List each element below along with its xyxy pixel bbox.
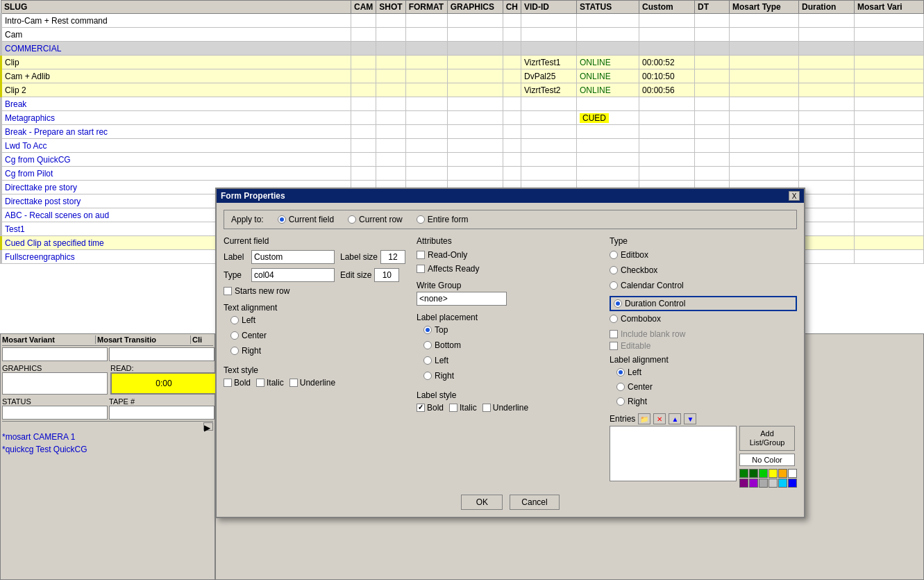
- cell-duration[interactable]: [799, 194, 855, 208]
- cell-vid-id[interactable]: [521, 139, 577, 153]
- text-align-right-radio[interactable]: [230, 347, 239, 355]
- cell-vid-id[interactable]: [521, 28, 577, 42]
- cell-mosart-vari[interactable]: [855, 69, 924, 83]
- cell-ch[interactable]: [503, 153, 521, 167]
- starts-new-row-checkbox[interactable]: [224, 287, 232, 295]
- affects-ready-checkbox[interactable]: [417, 265, 425, 273]
- cell-custom[interactable]: [639, 125, 695, 139]
- cell-graphics[interactable]: [447, 97, 503, 111]
- text-align-left-radio[interactable]: [230, 316, 239, 324]
- cell-graphics[interactable]: [447, 69, 503, 83]
- cell-mosart-vari[interactable]: [855, 222, 924, 236]
- cell-dt[interactable]: [695, 167, 730, 181]
- label-bold-checkbox[interactable]: ✓: [417, 404, 425, 412]
- cell-graphics[interactable]: [447, 167, 503, 181]
- table-row[interactable]: ClipVizrtTest1ONLINE00:00:52: [1, 56, 924, 69]
- cell-slug[interactable]: Cg from QuickCG: [1, 153, 351, 167]
- cell-duration[interactable]: [799, 69, 855, 83]
- cell-format[interactable]: [405, 69, 447, 83]
- tape-input[interactable]: [109, 406, 215, 420]
- checkbox-option[interactable]: Checkbox: [610, 265, 797, 275]
- label-italic-checkbox[interactable]: [449, 404, 457, 412]
- combobox-radio[interactable]: [610, 315, 618, 323]
- cell-slug[interactable]: Cam: [1, 28, 351, 42]
- col-graphics[interactable]: GRAPHICS: [447, 1, 503, 14]
- cell-dt[interactable]: [695, 139, 730, 153]
- cell-mosart-type[interactable]: [730, 83, 799, 97]
- cell-shot[interactable]: [376, 153, 405, 167]
- col-slug[interactable]: SLUG: [1, 1, 351, 14]
- scroll-right-btn[interactable]: ▶: [203, 422, 213, 431]
- cell-shot[interactable]: [376, 97, 405, 111]
- table-row[interactable]: Intro-Cam + Rest command: [1, 14, 924, 28]
- text-underline-option[interactable]: Underline: [289, 378, 335, 388]
- cell-status[interactable]: [577, 28, 639, 42]
- cell-cam[interactable]: [351, 56, 376, 69]
- cell-slug[interactable]: Cg from Pilot: [1, 167, 351, 181]
- cell-mosart-type[interactable]: [730, 139, 799, 153]
- entries-folder-btn[interactable]: 📁: [638, 413, 650, 424]
- cell-shot[interactable]: [376, 56, 405, 69]
- label-bold-option[interactable]: ✓ Bold: [417, 403, 444, 413]
- swatch-purple-2[interactable]: [749, 479, 758, 488]
- cell-slug[interactable]: Lwd To Acc: [1, 139, 351, 153]
- cell-status[interactable]: [577, 125, 639, 139]
- label-align-left-radio[interactable]: [616, 368, 625, 376]
- label-placement-left-option[interactable]: Left: [423, 356, 604, 365]
- include-blank-row-checkbox[interactable]: [610, 330, 618, 338]
- cell-mosart-vari[interactable]: [855, 28, 924, 42]
- read-only-row[interactable]: Read-Only: [417, 250, 604, 260]
- swatch-gray-1[interactable]: [759, 479, 768, 488]
- cell-ch[interactable]: [503, 125, 521, 139]
- cell-ch[interactable]: [503, 69, 521, 83]
- text-underline-checkbox[interactable]: [289, 379, 298, 387]
- editbox-radio[interactable]: [610, 251, 618, 259]
- cell-custom[interactable]: [639, 97, 695, 111]
- entries-up-btn[interactable]: ▲: [669, 413, 681, 424]
- cell-mosart-vari[interactable]: [855, 167, 924, 181]
- add-list-group-btn[interactable]: Add List/Group: [739, 426, 795, 451]
- label-placement-right-option[interactable]: Right: [423, 371, 604, 381]
- cell-graphics[interactable]: [447, 153, 503, 167]
- text-align-center-radio[interactable]: [230, 331, 239, 340]
- cell-mosart-vari[interactable]: [855, 194, 924, 208]
- cell-shot[interactable]: [376, 139, 405, 153]
- cell-duration[interactable]: [799, 181, 855, 194]
- text-align-center-option[interactable]: Center: [230, 331, 411, 340]
- cell-format[interactable]: [405, 125, 447, 139]
- mosart-transition-input[interactable]: [109, 347, 215, 361]
- checkbox-radio[interactable]: [610, 266, 618, 274]
- col-dt[interactable]: DT: [695, 1, 730, 14]
- cell-format[interactable]: [405, 111, 447, 125]
- cell-mosart-type[interactable]: [730, 125, 799, 139]
- cell-duration[interactable]: [799, 222, 855, 236]
- cell-duration[interactable]: [799, 139, 855, 153]
- label-underline-option[interactable]: Underline: [482, 403, 528, 413]
- cell-mosart-type[interactable]: [730, 69, 799, 83]
- cell-status[interactable]: ONLINE: [577, 83, 639, 97]
- label-placement-right-radio[interactable]: [423, 372, 432, 380]
- col-ch[interactable]: CH: [503, 1, 521, 14]
- cell-mosart-vari[interactable]: [855, 139, 924, 153]
- cell-mosart-type[interactable]: [730, 97, 799, 111]
- text-bold-checkbox[interactable]: [224, 379, 232, 387]
- label-placement-top-radio[interactable]: [423, 326, 432, 334]
- cell-mosart-vari[interactable]: [855, 97, 924, 111]
- cell-status[interactable]: [577, 167, 639, 181]
- swatch-yellow[interactable]: [768, 469, 778, 478]
- label-align-right-radio[interactable]: [616, 397, 625, 406]
- cell-shot[interactable]: [376, 28, 405, 42]
- cell-shot[interactable]: [376, 125, 405, 139]
- cell-dt[interactable]: [695, 42, 730, 56]
- col-shot[interactable]: SHOT: [376, 1, 405, 14]
- table-row[interactable]: Clip 2VizrtTest2ONLINE00:00:56: [1, 83, 924, 97]
- cell-cam[interactable]: [351, 153, 376, 167]
- cell-cam[interactable]: [351, 139, 376, 153]
- cell-format[interactable]: [405, 83, 447, 97]
- col-vidid[interactable]: VID-ID: [521, 1, 577, 14]
- col-custom[interactable]: Custom: [639, 1, 695, 14]
- ok-button[interactable]: OK: [461, 495, 503, 510]
- cell-mosart-vari[interactable]: [855, 83, 924, 97]
- cell-duration[interactable]: [799, 83, 855, 97]
- col-mosart-vari[interactable]: Mosart Vari: [855, 1, 924, 14]
